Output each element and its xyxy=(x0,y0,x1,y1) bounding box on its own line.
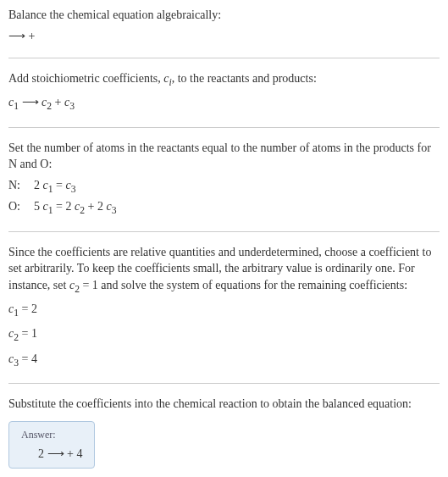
coef-row-1: c1 = 2 xyxy=(8,300,440,321)
section-atoms: Set the number of atoms in the reactants… xyxy=(8,140,440,219)
section-substitute: Substitute the coefficients into the che… xyxy=(8,396,440,469)
atom-equations: N: 2 c1 = c3 O: 5 c1 = 2 c2 + 2 c3 xyxy=(8,176,440,219)
coef-row-3: c3 = 4 xyxy=(8,350,440,371)
substitute-heading: Substitute the coefficients into the che… xyxy=(8,396,440,413)
section-balance: Balance the chemical equation algebraica… xyxy=(8,7,440,46)
c-val: = 1 xyxy=(19,327,37,340)
atom-row-o: O: 5 c1 = 2 c2 + 2 c3 xyxy=(8,197,440,219)
section-stoich: Add stoichiometric coefficients, ci, to … xyxy=(8,70,440,115)
divider xyxy=(8,127,440,128)
coef: 5 xyxy=(34,200,43,213)
equals: = 2 xyxy=(53,200,75,213)
divider xyxy=(8,231,440,232)
atom-row-n: N: 2 c1 = c3 xyxy=(8,176,440,197)
atom-eq-o: 5 c1 = 2 c2 + 2 c3 xyxy=(34,197,116,219)
stoich-heading: Add stoichiometric coefficients, ci, to … xyxy=(8,70,440,90)
answer-equation: 2 ⟶ + 4 xyxy=(21,446,82,461)
solve-heading: Since the coefficients are relative quan… xyxy=(8,244,440,297)
divider xyxy=(8,58,440,58)
stoich-heading-a: Add stoichiometric coefficients, xyxy=(8,72,163,85)
coef: 2 xyxy=(34,179,43,191)
plus: + xyxy=(52,96,64,108)
answer-box: Answer: 2 ⟶ + 4 xyxy=(8,421,95,469)
atom-label-o: O: xyxy=(8,197,34,219)
equals: = xyxy=(53,179,66,191)
atoms-heading: Set the number of atoms in the reactants… xyxy=(8,140,440,173)
balance-heading: Balance the chemical equation algebraica… xyxy=(8,7,440,24)
c-val: = 2 xyxy=(19,302,37,315)
atom-eq-n: 2 c1 = c3 xyxy=(34,176,76,197)
c-val: = 4 xyxy=(19,352,37,365)
divider xyxy=(8,383,440,384)
section-solve: Since the coefficients are relative quan… xyxy=(8,244,440,372)
plus: + 2 xyxy=(85,200,106,213)
balance-equation: ⟶ + xyxy=(8,27,440,46)
c-sub: 3 xyxy=(112,205,117,216)
coefficient-values: c1 = 2 c2 = 1 c3 = 4 xyxy=(8,300,440,371)
stoich-heading-b: , to the reactants and products: xyxy=(172,72,317,85)
answer-label: Answer: xyxy=(21,429,82,441)
coef-row-2: c2 = 1 xyxy=(8,324,440,346)
arrow: ⟶ xyxy=(19,96,41,108)
stoich-equation: c1 ⟶ c2 + c3 xyxy=(8,93,440,114)
solve-heading-b: = 1 and solve the system of equations fo… xyxy=(80,279,407,291)
c-sub: 3 xyxy=(71,184,76,195)
atom-label-n: N: xyxy=(8,176,34,197)
c3-sub: 3 xyxy=(69,101,75,112)
